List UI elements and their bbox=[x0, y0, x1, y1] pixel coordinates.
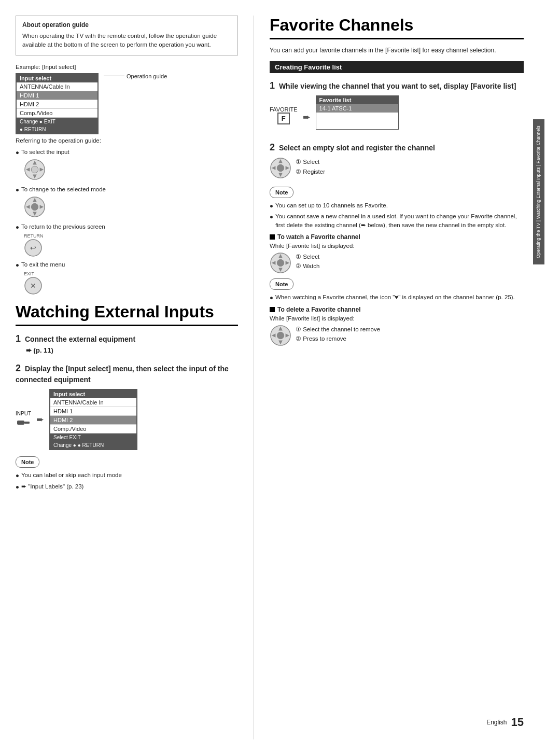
input-select2-row2: HDMI 2 bbox=[50, 416, 136, 425]
operation-guide-title: About operation guide bbox=[22, 21, 231, 29]
page-number-row: English 15 bbox=[486, 716, 524, 729]
step2-register-label: ② Register bbox=[296, 167, 325, 176]
watch-select-label: ① Select bbox=[296, 252, 319, 261]
op-guide-line bbox=[104, 76, 124, 76]
svg-text:↩: ↩ bbox=[30, 244, 36, 252]
watch-dpad-svg bbox=[270, 252, 291, 274]
step-number-2: 2 bbox=[16, 363, 21, 373]
input-select-box: Input select ANTENNA/Cable In HDMI 1 HDM… bbox=[16, 73, 99, 134]
input-select-footer: Change ● EXIT bbox=[17, 118, 97, 125]
fav-note2: ● You cannot save a new channel in a use… bbox=[270, 212, 524, 229]
step2-action-labels: ① Select ② Register bbox=[296, 157, 325, 176]
fav-note1: ● You can set up to 10 channels as Favor… bbox=[270, 201, 524, 210]
bullet-change-mode: ● To change to the selected mode bbox=[16, 185, 238, 194]
fav-list-empty2 bbox=[316, 121, 398, 129]
watching-step2-text: Display the [Input select] menu, then se… bbox=[16, 365, 229, 384]
fav-note2-area: Note ● When watching a Favorite channel,… bbox=[270, 278, 524, 302]
page-num: 15 bbox=[511, 716, 524, 729]
input-select-footer2-text: ● RETURN bbox=[20, 127, 46, 132]
watching-step2-header: 2 Display the [Input select] menu, then … bbox=[16, 362, 238, 385]
input-select2-row0: ANTENNA/Cable In bbox=[50, 398, 136, 407]
svg-text:✕: ✕ bbox=[30, 282, 36, 290]
bullet-dot-1: ● bbox=[16, 148, 19, 157]
example-label: Example: [Input select] bbox=[16, 64, 238, 70]
input-select-mockup: Input select ANTENNA/Cable In HDMI 1 HDM… bbox=[16, 73, 99, 134]
watch-while-label: While [Favorite list] is displayed: bbox=[270, 243, 524, 249]
input-select2-footer2: Change ● ● RETURN bbox=[50, 441, 136, 449]
page-title-text: Favorite Channels bbox=[270, 16, 413, 34]
exit-icon: ✕ bbox=[24, 276, 43, 295]
watching-step1: 1 Connect the external equipment ➨ (p. 1… bbox=[16, 332, 238, 356]
fav-note2-content: ● When watching a Favorite channel, the … bbox=[270, 293, 524, 302]
fav-step1-text: While viewing the channel that you want … bbox=[279, 82, 516, 90]
op-guide-label-row: Operation guide bbox=[104, 73, 167, 79]
input-select-title2: Input select bbox=[50, 390, 136, 398]
watching-title: Watching External Inputs bbox=[16, 302, 238, 326]
delete-actions: ① Select the channel to remove ② Press t… bbox=[270, 325, 524, 348]
fav-display-row: FAVORITE F ➨ Favorite list 14-1 ATSC-1 bbox=[270, 95, 524, 135]
step2-actions: ① Select ② Register bbox=[270, 157, 524, 180]
watch-section-header: To watch a Favorite channel bbox=[270, 233, 524, 241]
note-bullet-1: ● You can label or skip each input mode bbox=[16, 471, 238, 480]
fav-f-text: F bbox=[282, 115, 286, 122]
fav-note2-item: ● When watching a Favorite channel, the … bbox=[270, 293, 524, 302]
watch-section-label: To watch a Favorite channel bbox=[277, 233, 360, 241]
delete-dpad-icon bbox=[270, 325, 291, 348]
fav-step1-header: 1 While viewing the channel that you wan… bbox=[270, 79, 524, 92]
page-lang: English bbox=[486, 719, 507, 726]
watching-title-text: Watching External Inputs bbox=[16, 302, 214, 321]
watching-step2: 2 Display the [Input select] menu, then … bbox=[16, 362, 238, 451]
note-text1: You can label or skip each input mode bbox=[21, 471, 122, 480]
operation-guide-text: When operating the TV with the remote co… bbox=[22, 32, 231, 50]
input-equipment-row: INPUT ➨ Input select ANTENNA/Cable In HD… bbox=[16, 389, 238, 450]
bullet-dot-4: ● bbox=[16, 261, 19, 269]
delete-section-label: To delete a Favorite channel bbox=[277, 306, 361, 313]
delete-action-labels: ① Select the channel to remove ② Press t… bbox=[296, 325, 380, 344]
fav-list-empty1 bbox=[316, 113, 398, 121]
favorite-label: FAVORITE bbox=[270, 106, 298, 113]
input-select-footer-text: Change ● EXIT bbox=[20, 119, 55, 124]
bullet-text-1: To select the input bbox=[21, 148, 69, 157]
bullet-text-3: To return to the previous screen bbox=[21, 222, 105, 231]
svg-point-29 bbox=[277, 259, 284, 266]
input-select-row-2: HDMI 2 bbox=[17, 100, 97, 109]
watch-dpad-icon bbox=[270, 252, 291, 275]
page-title: Favorite Channels bbox=[270, 16, 524, 39]
dpad-change bbox=[24, 196, 238, 219]
fav-arrow-right: ➨ bbox=[303, 107, 311, 123]
bullet-select-input: ● To select the input bbox=[16, 148, 238, 157]
watching-step1-arrow: ➨ (p. 11) bbox=[26, 346, 53, 354]
right-column: Favorite Channels You can add your favor… bbox=[254, 16, 544, 739]
creating-section-header: Creating Favorite list bbox=[270, 61, 524, 73]
watching-step1-text: Connect the external equipment bbox=[25, 335, 135, 343]
fav-label-area: FAVORITE F bbox=[270, 106, 298, 124]
bullet-dot-3: ● bbox=[16, 223, 19, 231]
black-square-2 bbox=[270, 307, 275, 312]
exit-label: EXIT bbox=[24, 271, 34, 276]
return-label: RETURN bbox=[24, 233, 44, 239]
input-label-box: INPUT bbox=[16, 411, 31, 429]
delete-press-label: ② Press to remove bbox=[296, 334, 380, 343]
fav-list-mockup: Favorite list 14-1 ATSC-1 bbox=[316, 95, 399, 130]
note-text2: ➨ "Input Labels" (p. 23) bbox=[21, 482, 83, 491]
arrow-right-icon: ➨ bbox=[36, 414, 44, 425]
dpad-svg-2 bbox=[24, 196, 46, 218]
delete-select-label: ① Select the channel to remove bbox=[296, 325, 380, 334]
fav-step-number-2: 2 bbox=[270, 142, 275, 152]
input-select-row-1: HDMI 1 bbox=[17, 91, 97, 100]
svg-point-11 bbox=[31, 203, 38, 210]
fav-f-box: F bbox=[277, 113, 290, 124]
dpad-select bbox=[24, 159, 238, 182]
bullet-text-2: To change to the selected mode bbox=[21, 185, 106, 194]
watching-step1-header: 1 Connect the external equipment ➨ (p. 1… bbox=[16, 332, 238, 356]
bullet-exit: ● To exit the menu bbox=[16, 260, 238, 269]
fav-step-number-1: 1 bbox=[270, 80, 275, 91]
fav-step2: 2 Select an empty slot and register the … bbox=[270, 141, 524, 180]
watch-action-labels: ① Select ② Watch bbox=[296, 252, 319, 271]
fav-list-row: 14-1 ATSC-1 bbox=[316, 104, 398, 113]
input-select2-footer-text: Select EXIT bbox=[53, 435, 81, 440]
input-select2-footer2-text: Change ● ● RETURN bbox=[53, 442, 104, 448]
step2-dpad-icon bbox=[270, 157, 291, 180]
delete-section-header: To delete a Favorite channel bbox=[270, 306, 524, 313]
delete-dpad-svg bbox=[270, 325, 291, 346]
